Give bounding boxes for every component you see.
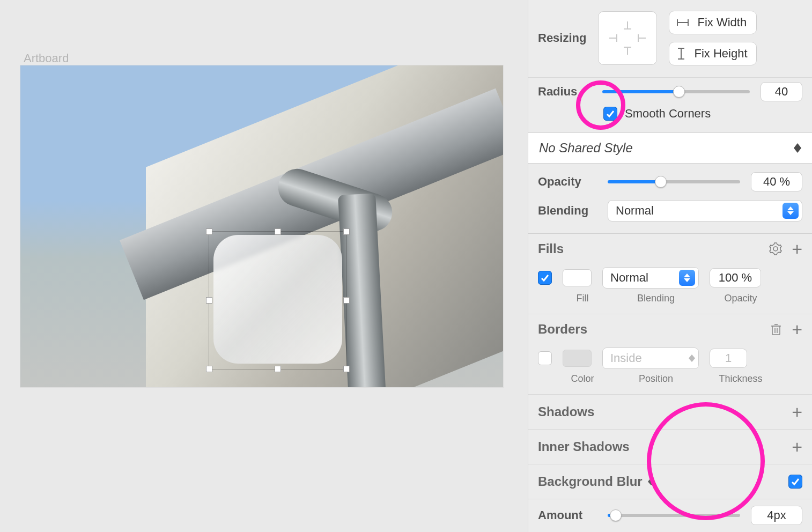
borders-sub-color: Color (563, 373, 602, 385)
shadows-head: Shadows (538, 404, 594, 419)
resize-handle-s[interactable] (275, 366, 281, 372)
border-color-swatch[interactable] (563, 350, 592, 367)
resizing-constraints-box[interactable] (598, 11, 657, 65)
blending-mode-value: Normal (616, 204, 654, 218)
borders-sub-thickness: Thickness (710, 373, 772, 385)
svg-marker-19 (684, 274, 690, 277)
fill-color-swatch[interactable] (563, 269, 592, 286)
artboard-label: Artboard (24, 51, 69, 65)
resize-handle-se[interactable] (343, 366, 350, 372)
radius-slider[interactable] (602, 90, 750, 93)
borders-head: Borders (538, 322, 587, 337)
smooth-corners-label: Smooth Corners (625, 107, 711, 121)
check-icon (541, 274, 549, 282)
fill-opacity-input[interactable]: 100 % (710, 268, 761, 287)
opacity-slider-knob[interactable] (655, 176, 667, 188)
resize-handle-nw[interactable] (206, 228, 212, 235)
svg-marker-26 (689, 354, 695, 358)
check-icon (606, 109, 615, 118)
shared-style-dropdown[interactable]: No Shared Style (528, 132, 812, 164)
fix-height-label: Fix Height (694, 47, 747, 61)
svg-marker-27 (689, 358, 695, 362)
resizing-label: Resizing (538, 31, 586, 45)
inner-shadows-head: Inner Shadows (538, 439, 630, 454)
amount-slider-knob[interactable] (610, 509, 622, 521)
svg-marker-28 (648, 478, 654, 482)
fill-blending-value: Normal (610, 271, 648, 285)
shared-style-label: No Shared Style (539, 141, 633, 156)
fill-enabled-checkbox[interactable] (538, 271, 552, 285)
fill-blending-dropdown[interactable]: Normal (602, 267, 699, 289)
artboard[interactable] (20, 65, 503, 387)
check-icon (791, 477, 800, 486)
amount-slider[interactable] (608, 514, 740, 517)
amount-label: Amount (538, 508, 597, 522)
fix-height-icon (676, 47, 686, 61)
amount-input[interactable]: 4px (751, 506, 802, 525)
borders-sub-position: Position (602, 373, 710, 385)
svg-marker-17 (787, 206, 794, 210)
border-position-value: Inside (610, 351, 642, 365)
svg-marker-15 (794, 143, 801, 148)
svg-rect-21 (772, 326, 780, 335)
background-blur-head: Background Blur (538, 474, 643, 489)
radius-input[interactable]: 40 (761, 82, 802, 101)
fix-width-icon (676, 17, 690, 28)
svg-rect-8 (622, 33, 633, 43)
radius-label: Radius (538, 85, 592, 99)
blending-label: Blending (538, 204, 597, 218)
fix-width-label: Fix Width (697, 16, 747, 29)
fills-sub-opacity: Opacity (710, 293, 772, 304)
background-blur-checkbox[interactable] (788, 475, 802, 489)
selection-bounds[interactable] (209, 232, 346, 369)
fills-head: Fills (538, 241, 564, 256)
dropdown-stepper-icon (679, 270, 695, 286)
opacity-label: Opacity (538, 175, 597, 189)
resize-handle-ne[interactable] (343, 228, 350, 235)
blending-dropdown[interactable]: Normal (608, 200, 802, 221)
radius-slider-knob[interactable] (673, 86, 685, 98)
fills-sub-fill: Fill (563, 293, 602, 304)
border-position-dropdown[interactable]: Inside (602, 348, 699, 369)
svg-marker-16 (794, 148, 801, 153)
resize-handle-e[interactable] (343, 297, 350, 304)
resize-handle-w[interactable] (206, 297, 212, 304)
opacity-input[interactable]: 40 % (751, 172, 802, 191)
svg-marker-29 (648, 482, 654, 485)
trash-icon[interactable] (770, 323, 782, 336)
dropdown-stepper-icon (783, 203, 799, 219)
canvas-area[interactable]: Artboard (0, 0, 528, 532)
inspector-panel: Resizing Fix Width Fix Height (528, 0, 812, 532)
smooth-corners-checkbox[interactable] (603, 107, 617, 121)
opacity-slider[interactable] (608, 180, 740, 183)
stepper-icon[interactable] (648, 478, 654, 485)
stepper-icon (794, 143, 801, 153)
fix-height-button[interactable]: Fix Height (669, 42, 756, 65)
fix-width-button[interactable]: Fix Width (669, 11, 756, 34)
resize-handle-sw[interactable] (206, 366, 212, 372)
resize-constraints-icon (606, 19, 649, 57)
border-enabled-checkbox[interactable] (538, 351, 552, 365)
stepper-icon (689, 354, 695, 362)
resize-handle-n[interactable] (275, 228, 281, 235)
gear-icon[interactable] (769, 242, 782, 255)
fills-sub-blending: Blending (602, 293, 710, 304)
svg-marker-20 (684, 278, 690, 282)
svg-marker-18 (787, 211, 794, 215)
border-thickness-input[interactable]: 1 (710, 349, 747, 368)
